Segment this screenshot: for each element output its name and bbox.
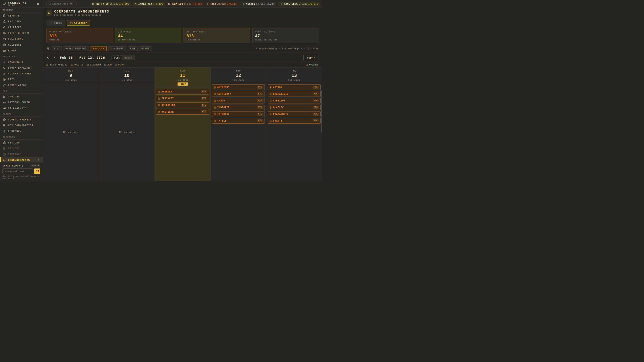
event-card-irbinvit[interactable]: IRBINVITMTG bbox=[156, 96, 209, 101]
legend-label: Results bbox=[74, 63, 83, 66]
event-type-badge: MTG bbox=[201, 90, 207, 93]
filter-chip-agm[interactable]: AGM bbox=[128, 46, 138, 51]
nav-section-label: RESEARCH bbox=[0, 135, 43, 140]
day-column-fri: FRI13Feb 2026ASTRONMTGBHARATIDILMTGCUBEX… bbox=[266, 67, 322, 181]
event-card-interise[interactable]: INTERISEMTG bbox=[212, 111, 265, 117]
event-card-astron[interactable]: ASTRONMTG bbox=[268, 84, 321, 90]
day-number: 9 bbox=[44, 73, 98, 78]
sidebar-item-funds[interactable]: FUNDS bbox=[0, 48, 43, 53]
day-column-thu: THU12Feb 2026ANIKINDSMTGCOFFEEDAYMTGCPED… bbox=[210, 67, 266, 181]
legend-label: AGM bbox=[108, 63, 112, 66]
day-number: 10 bbox=[100, 73, 154, 78]
coins-icon bbox=[3, 124, 6, 127]
file-text-icon bbox=[158, 97, 160, 100]
nav-section-label: F&O bbox=[0, 89, 43, 94]
event-card-bharatidil[interactable]: BHARATIDILMTG bbox=[268, 91, 321, 97]
email-input[interactable] bbox=[2, 168, 33, 174]
subscribe-button[interactable] bbox=[34, 168, 40, 174]
sidebar-item-holdings[interactable]: HOLDINGS bbox=[0, 42, 43, 48]
event-card-anikinds[interactable]: ANIKINDSMTG bbox=[212, 84, 265, 90]
filter-chip-board-meeting[interactable]: BOARD MEETING bbox=[63, 46, 89, 51]
stat-sub: Bonus, splits, etc bbox=[255, 39, 316, 41]
filter-chip-all[interactable]: ALL bbox=[52, 46, 62, 51]
filter-chip-dividend[interactable]: DIVIDEND bbox=[108, 46, 126, 51]
page-title: CORPORATE ANNOUNCEMENTS bbox=[54, 9, 109, 13]
sidebar-item-stock-explorer[interactable]: STOCK EXPLORER bbox=[0, 65, 43, 71]
sidebar-item-dashboard[interactable]: DASHBOARD bbox=[0, 59, 43, 65]
sidebar-item-label: FUNDS bbox=[8, 49, 16, 52]
sidebar-item-options-chain[interactable]: OPTIONS CHAIN bbox=[0, 99, 43, 105]
view-toggle-month[interactable]: MONTH bbox=[122, 56, 134, 60]
page-header: CORPORATE ANNOUNCEMENTS Board meetings &… bbox=[43, 8, 322, 18]
event-ticker: INDIGRID bbox=[217, 106, 230, 109]
main-content: CORPORATE ANNOUNCEMENTS Board meetings &… bbox=[43, 8, 322, 181]
event-card-anantam[interactable]: ANANTAMMTG bbox=[156, 89, 209, 94]
event-card-cubextub[interactable]: CUBEXTUBMTG bbox=[268, 98, 321, 103]
sidebar: TRADINGREPORTSPRE-OPENAI PICKSPICKS OUTC… bbox=[0, 8, 43, 181]
event-card-coffeeday[interactable]: COFFEEDAYMTG bbox=[212, 91, 265, 97]
file-text-icon bbox=[158, 111, 160, 113]
sidebar-item-global-markets[interactable]: GLOBAL MARKETS bbox=[0, 117, 43, 122]
event-card-indigrid[interactable]: INDIGRIDMTG bbox=[212, 105, 265, 110]
package-icon bbox=[3, 43, 6, 46]
sidebar-item-fii-fpi[interactable]: FII/FPI bbox=[0, 145, 43, 151]
next-week-button[interactable] bbox=[53, 56, 56, 59]
event-card-tntele[interactable]: TNTELEMTG bbox=[212, 118, 265, 124]
day-column-tue: TUE10Feb 2026No events bbox=[99, 67, 155, 181]
event-card-olaelec[interactable]: OLAELECMTG bbox=[268, 105, 321, 110]
sidebar-item-volume-gainers[interactable]: VOLUME GAINERS bbox=[0, 71, 43, 76]
layers-icon bbox=[3, 78, 6, 81]
tab-table[interactable]: Table bbox=[46, 20, 65, 26]
ticker-label: S&P 500 bbox=[172, 2, 183, 5]
event-type-badge: MTG bbox=[257, 119, 263, 122]
sidebar-item-indices[interactable]: INDICES bbox=[0, 94, 43, 99]
wallet-icon bbox=[3, 49, 6, 52]
sidebar-item-earnings[interactable]: EARNINGS bbox=[0, 151, 43, 157]
today-button[interactable]: TODAY bbox=[304, 55, 318, 60]
filter-chip-other[interactable]: OTHER bbox=[139, 46, 152, 51]
event-ticker: IRBINVIT bbox=[162, 97, 174, 100]
sidebar-item-oi-analysis[interactable]: OI ANALYSIS bbox=[0, 105, 43, 111]
legend-swatch bbox=[306, 64, 308, 66]
top-bar: HAGRID AI V1.1.0 ⌘K NIFTY 5025,935▲+0.26… bbox=[0, 0, 322, 8]
sidebar-item-etfs[interactable]: ETFS bbox=[0, 76, 43, 82]
event-card-prakashstl[interactable]: PRAKASHSTLMTG bbox=[268, 111, 321, 117]
ticker-label: DAX bbox=[212, 2, 216, 5]
stat-card-all-meetings: ALL MEETINGS813In database bbox=[184, 28, 250, 43]
sidebar-item-currency[interactable]: CURRENCY bbox=[0, 128, 43, 134]
sidebar-item-label: AI PICKS bbox=[8, 26, 22, 28]
sidebar-item-sectors[interactable]: SECTORS bbox=[0, 140, 43, 145]
sidebar-item-announcements[interactable]: ANNOUNCEMENTS bbox=[0, 157, 43, 162]
sidebar-item-reports[interactable]: REPORTS bbox=[0, 13, 43, 18]
file-text-icon bbox=[270, 106, 272, 109]
email-caption: Get daily postmarket reports via email bbox=[2, 175, 40, 180]
sidebar-item-correlation[interactable]: CORRELATION bbox=[0, 82, 43, 88]
sidebar-item-picks-outcome[interactable]: PICKS OUTCOME bbox=[0, 30, 43, 36]
no-events-text: No events bbox=[63, 131, 78, 134]
prev-week-button[interactable] bbox=[46, 56, 50, 59]
sidebar-item-ai-picks[interactable]: AI PICKS bbox=[0, 24, 43, 30]
event-card-mastertr[interactable]: MASTERTRMTG bbox=[156, 109, 209, 115]
stock-search[interactable]: ⌘K bbox=[46, 1, 77, 6]
logo-dragon-icon bbox=[2, 2, 6, 6]
scrollbar-thumb[interactable] bbox=[321, 90, 322, 132]
line-chart-icon bbox=[3, 95, 6, 98]
event-card-cpedu[interactable]: CPEDUMTG bbox=[212, 98, 265, 103]
email-reports-label: EMAIL REPORTS bbox=[2, 164, 24, 167]
sidebar-item-pre-open[interactable]: PRE-OPEN bbox=[0, 18, 43, 24]
sidebar-nav: TRADINGREPORTSPRE-OPENAI PICKSPICKS OUTC… bbox=[0, 8, 43, 162]
event-type-badge: MTG bbox=[257, 86, 263, 89]
ticker-change: ▼-4.30% bbox=[153, 2, 163, 5]
stat-card-board-meetings: BOARD MEETINGS813Upcoming bbox=[46, 28, 113, 43]
event-card-shanti[interactable]: SHANTIMTG bbox=[268, 118, 321, 124]
sidebar-item-mcx-commodities[interactable]: MCX COMMODITIES bbox=[0, 122, 43, 128]
tab-label: Calendar bbox=[74, 21, 87, 24]
view-toggle-week[interactable]: WEEK bbox=[112, 56, 122, 60]
sidebar-collapse-button[interactable] bbox=[37, 2, 40, 5]
sidebar-item-label: POSITIONS bbox=[8, 37, 23, 40]
filter-chip-results[interactable]: RESULTS bbox=[90, 46, 107, 51]
tab-calendar[interactable]: Calendar bbox=[67, 20, 90, 26]
search-input[interactable] bbox=[52, 2, 68, 5]
event-card-kserasera[interactable]: KSERASERAMTG bbox=[156, 102, 209, 108]
sidebar-item-positions[interactable]: POSITIONS bbox=[0, 36, 43, 42]
